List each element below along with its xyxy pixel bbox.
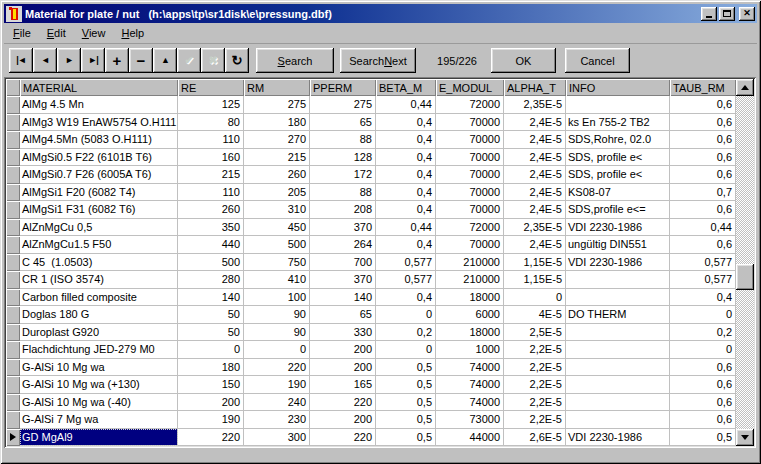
cell-taub_rm[interactable]: 0,6 — [670, 394, 736, 412]
cell-rm[interactable]: 0 — [244, 341, 310, 359]
cell-info[interactable]: SDS, profile e< — [566, 149, 670, 167]
cell-beta_m[interactable]: 0 — [376, 306, 436, 324]
cell-e_modul[interactable]: 210000 — [436, 254, 504, 272]
cell-taub_rm[interactable]: 0,44 — [670, 219, 736, 237]
cell-beta_m[interactable]: 0,4 — [376, 201, 436, 219]
cell-rm[interactable]: 190 — [244, 376, 310, 394]
cell-rm[interactable]: 270 — [244, 131, 310, 149]
cell-beta_m[interactable]: 0,4 — [376, 149, 436, 167]
cell-beta_m[interactable]: 0,577 — [376, 271, 436, 289]
refresh-button[interactable]: ↻ — [225, 48, 249, 73]
cell-beta_m[interactable]: 0,4 — [376, 166, 436, 184]
column-header-taub_rm[interactable]: TAUB_RM — [670, 79, 736, 96]
close-button[interactable]: ✕ — [739, 7, 755, 21]
cell-taub_rm[interactable]: 0,6 — [670, 131, 736, 149]
cell-material[interactable]: G-AlSi 10 Mg wa — [20, 359, 178, 377]
cell-alpha_t[interactable]: 2,2E-5 — [504, 411, 566, 429]
cell-pperm[interactable]: 200 — [310, 411, 376, 429]
cell-alpha_t[interactable]: 2,2E-5 — [504, 359, 566, 377]
cell-material[interactable]: AlZnMgCu 0,5 — [20, 219, 178, 237]
cell-taub_rm[interactable]: 0,6 — [670, 359, 736, 377]
cell-rm[interactable]: 310 — [244, 201, 310, 219]
cell-material[interactable]: AlMgSi0.5 F22 (6101B T6) — [20, 149, 178, 167]
scrollbar-thumb[interactable] — [736, 264, 754, 290]
cell-re[interactable]: 440 — [178, 236, 244, 254]
cell-beta_m[interactable]: 0,5 — [376, 359, 436, 377]
cell-material[interactable]: Duroplast G920 — [20, 324, 178, 342]
cancel-edit-button[interactable]: ✖ — [201, 48, 225, 73]
cell-e_modul[interactable]: 1000 — [436, 341, 504, 359]
cell-rm[interactable]: 500 — [244, 236, 310, 254]
cell-alpha_t[interactable]: 1,15E-5 — [504, 271, 566, 289]
cell-beta_m[interactable]: 0,4 — [376, 184, 436, 202]
cell-alpha_t[interactable]: 2,2E-5 — [504, 394, 566, 412]
cell-pperm[interactable]: 370 — [310, 219, 376, 237]
column-header-beta_m[interactable]: BETA_M — [376, 79, 436, 96]
cell-re[interactable]: 125 — [178, 96, 244, 114]
cell-beta_m[interactable]: 0,5 — [376, 376, 436, 394]
cell-alpha_t[interactable]: 4E-5 — [504, 306, 566, 324]
column-header-pperm[interactable]: PPERM — [310, 79, 376, 96]
cell-material[interactable]: AlMg 4.5 Mn — [20, 96, 178, 114]
cell-info[interactable]: VDI 2230-1986 — [566, 254, 670, 272]
cell-beta_m[interactable]: 0,4 — [376, 236, 436, 254]
cell-material[interactable]: AlMgSi1 F20 (6082 T4) — [20, 184, 178, 202]
cell-alpha_t[interactable]: 2,4E-5 — [504, 201, 566, 219]
cell-alpha_t[interactable]: 1,15E-5 — [504, 254, 566, 272]
cell-material[interactable]: G-AlSi 7 Mg wa — [20, 411, 178, 429]
cell-re[interactable]: 110 — [178, 184, 244, 202]
cell-beta_m[interactable]: 0,5 — [376, 394, 436, 412]
cell-material[interactable]: Flachdichtung JED-279 M0 — [20, 341, 178, 359]
cell-re[interactable]: 50 — [178, 306, 244, 324]
cell-info[interactable] — [566, 324, 670, 342]
cell-pperm[interactable]: 88 — [310, 131, 376, 149]
column-header-rm[interactable]: RM — [244, 79, 310, 96]
cell-rm[interactable]: 230 — [244, 411, 310, 429]
cell-info[interactable]: VDI 2230-1986 — [566, 219, 670, 237]
cell-taub_rm[interactable]: 0,577 — [670, 254, 736, 272]
cell-alpha_t[interactable]: 2,35E-5 — [504, 219, 566, 237]
column-header-material[interactable]: MATERIAL — [20, 79, 178, 96]
cell-taub_rm[interactable]: 0 — [670, 306, 736, 324]
cell-e_modul[interactable]: 70000 — [436, 201, 504, 219]
cell-pperm[interactable]: 220 — [310, 429, 376, 447]
cell-pperm[interactable]: 165 — [310, 376, 376, 394]
cell-e_modul[interactable]: 210000 — [436, 271, 504, 289]
cell-e_modul[interactable]: 72000 — [436, 219, 504, 237]
cell-material[interactable]: AlMg4.5Mn (5083 O.H111) — [20, 131, 178, 149]
cell-info[interactable]: ungültig DIN551 — [566, 236, 670, 254]
cell-rm[interactable]: 300 — [244, 429, 310, 447]
cell-material[interactable]: C 45 (1.0503) — [20, 254, 178, 272]
menu-edit[interactable]: Edit — [39, 24, 74, 42]
cell-taub_rm[interactable]: 0,6 — [670, 149, 736, 167]
cell-alpha_t[interactable]: 2,4E-5 — [504, 184, 566, 202]
cell-taub_rm[interactable]: 0,6 — [670, 96, 736, 114]
cell-rm[interactable]: 275 — [244, 96, 310, 114]
cell-e_modul[interactable]: 70000 — [436, 166, 504, 184]
cell-e_modul[interactable]: 74000 — [436, 376, 504, 394]
next-record-button[interactable]: ► — [57, 48, 81, 73]
cell-pperm[interactable]: 172 — [310, 166, 376, 184]
cell-alpha_t[interactable]: 2,4E-5 — [504, 149, 566, 167]
cell-pperm[interactable]: 140 — [310, 289, 376, 307]
search-button[interactable]: Search — [256, 48, 334, 73]
cell-beta_m[interactable]: 0,44 — [376, 219, 436, 237]
cell-material[interactable]: Carbon filled composite — [20, 289, 178, 307]
cell-beta_m[interactable]: 0,2 — [376, 324, 436, 342]
prior-record-button[interactable]: ◄ — [33, 48, 57, 73]
cell-material[interactable]: AlMgSi0.7 F26 (6005A T6) — [20, 166, 178, 184]
cell-pperm[interactable]: 208 — [310, 201, 376, 219]
cell-e_modul[interactable]: 72000 — [436, 96, 504, 114]
cell-pperm[interactable]: 65 — [310, 306, 376, 324]
cell-alpha_t[interactable]: 2,2E-5 — [504, 341, 566, 359]
cell-material[interactable]: CR 1 (ISO 3574) — [20, 271, 178, 289]
titlebar[interactable]: Material for plate / nut (h:\apps\tp\sr1… — [4, 4, 757, 23]
cell-e_modul[interactable]: 70000 — [436, 236, 504, 254]
search-next-button[interactable]: Search Next — [340, 48, 416, 73]
cell-re[interactable]: 260 — [178, 201, 244, 219]
cell-taub_rm[interactable]: 0,6 — [670, 236, 736, 254]
cell-material[interactable]: GD MgAl9 — [20, 429, 178, 447]
cell-rm[interactable]: 750 — [244, 254, 310, 272]
cell-pperm[interactable]: 128 — [310, 149, 376, 167]
cell-info[interactable]: DO THERM — [566, 306, 670, 324]
